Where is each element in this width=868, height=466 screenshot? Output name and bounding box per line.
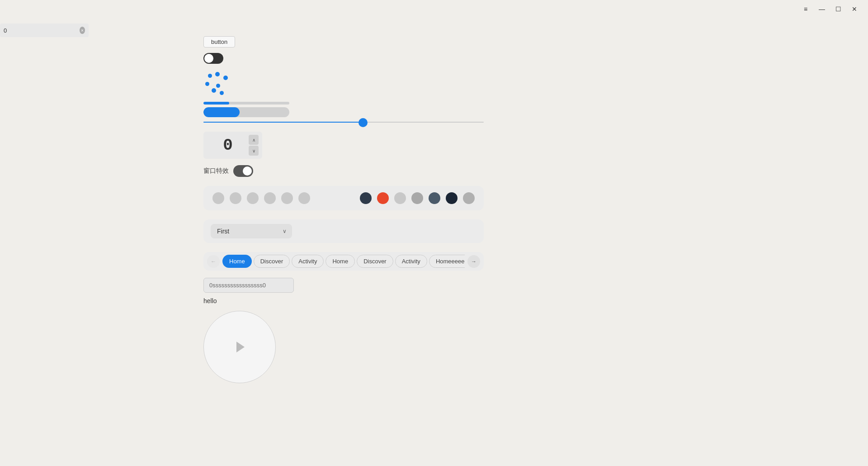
toggle-row xyxy=(203,53,850,64)
top-input-bar: 0 × xyxy=(0,24,89,37)
dropdown-wrapper: First Second Third ∨ xyxy=(211,224,292,238)
tab-home-long[interactable]: Homeeeeee··· xyxy=(429,255,465,268)
color-dots-container xyxy=(203,186,484,210)
main-content: button 0 ∧ ∨ xyxy=(199,0,868,466)
color-dot-silver[interactable] xyxy=(463,192,475,204)
color-dot-dark-slate[interactable] xyxy=(360,192,372,204)
dot-1 xyxy=(208,74,212,78)
tab-next-button[interactable]: → xyxy=(467,255,480,268)
dot-3 xyxy=(223,76,228,80)
progress-fill-2 xyxy=(203,107,240,117)
tab-bar: ← Home Discover Activity Home Discover A… xyxy=(203,252,484,271)
toggle-knob xyxy=(204,54,213,63)
color-dot-inactive-1[interactable] xyxy=(212,192,224,204)
play-icon xyxy=(236,342,245,352)
window-effect-toggle-knob xyxy=(243,166,252,176)
slider-filled xyxy=(203,122,363,123)
tab-home-1[interactable]: Home xyxy=(222,255,252,268)
text-input-field[interactable]: 0sssssssssssssssss0 xyxy=(203,278,294,293)
slider-row xyxy=(203,122,484,123)
color-dot-dark-navy[interactable] xyxy=(446,192,458,204)
tabs-scroll: Home Discover Activity Home Discover Act… xyxy=(222,255,465,268)
color-dot-inactive-6[interactable] xyxy=(298,192,310,204)
dots-loader xyxy=(203,70,231,97)
minimize-button[interactable]: — xyxy=(816,3,828,15)
maximize-button[interactable]: ☐ xyxy=(832,3,844,15)
color-dot-inactive-2[interactable] xyxy=(230,192,241,204)
dropdown-container: First Second Third ∨ xyxy=(203,219,484,243)
tab-activity-1[interactable]: Activity xyxy=(292,255,324,268)
close-button[interactable]: ✕ xyxy=(848,3,861,15)
menu-button[interactable]: ≡ xyxy=(799,3,812,15)
title-bar: ≡ — ☐ ✕ xyxy=(792,0,868,18)
top-input[interactable]: 0 xyxy=(4,27,80,34)
slider-thumb[interactable] xyxy=(359,118,368,127)
numeric-input-box: 0 ∧ ∨ xyxy=(203,132,262,159)
progress-track-2 xyxy=(203,107,289,117)
color-dot-orange-red[interactable] xyxy=(377,192,389,204)
progress-area xyxy=(203,102,850,117)
dot-6 xyxy=(212,88,216,93)
tab-home-2[interactable]: Home xyxy=(326,255,355,268)
color-dot-inactive-4[interactable] xyxy=(264,192,276,204)
tab-discover-2[interactable]: Discover xyxy=(357,255,393,268)
numeric-display: 0 xyxy=(207,136,249,155)
dot-4 xyxy=(205,82,209,86)
progress-track-1 xyxy=(203,102,289,105)
window-effect-toggle[interactable] xyxy=(233,165,253,177)
numeric-down-button[interactable]: ∨ xyxy=(249,146,259,156)
dot-7 xyxy=(220,91,224,95)
dot-5 xyxy=(216,84,220,88)
color-dot-medium-gray[interactable] xyxy=(411,192,423,204)
top-input-close-button[interactable]: × xyxy=(80,27,85,34)
circle-player[interactable] xyxy=(203,311,276,383)
demo-button[interactable]: button xyxy=(203,36,235,48)
dot-2 xyxy=(215,72,220,76)
tab-discover-1[interactable]: Discover xyxy=(254,255,290,268)
window-effect-row: 窗口特效 xyxy=(203,165,850,177)
toggle-switch[interactable] xyxy=(203,53,223,64)
slider-track[interactable] xyxy=(203,122,484,123)
window-effect-label: 窗口特效 xyxy=(203,167,229,175)
dropdown-select[interactable]: First Second Third xyxy=(211,224,292,238)
color-dot-steel-blue[interactable] xyxy=(429,192,440,204)
hello-text: hello xyxy=(203,297,850,304)
tab-prev-button[interactable]: ← xyxy=(207,255,220,268)
tab-activity-2[interactable]: Activity xyxy=(395,255,427,268)
color-dot-light-gray[interactable] xyxy=(394,192,406,204)
numeric-arrows: ∧ ∨ xyxy=(249,135,259,156)
progress-fill-1 xyxy=(203,102,229,105)
color-dot-inactive-5[interactable] xyxy=(281,192,293,204)
numeric-up-button[interactable]: ∧ xyxy=(249,135,259,145)
color-dot-inactive-3[interactable] xyxy=(247,192,259,204)
